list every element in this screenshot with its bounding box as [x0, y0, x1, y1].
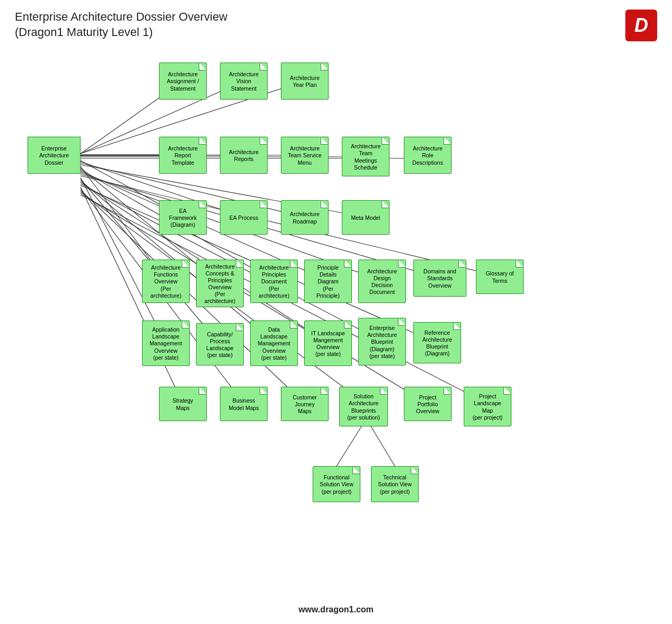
- assignment-node[interactable]: ArchitectureAssignment /Statement: [159, 63, 207, 100]
- customerjourney-node[interactable]: CustomerJourneyMaps: [281, 387, 329, 421]
- solutionblueprints-node[interactable]: SolutionArchitectureBlueprints(per solut…: [339, 387, 388, 426]
- logo: D: [625, 10, 657, 41]
- designdecision-node[interactable]: ArchitectureDesignDecisionDocument: [358, 260, 406, 303]
- applandscape-node[interactable]: ApplicationLandscapeManagementOverview(p…: [142, 320, 190, 366]
- roadmap-node[interactable]: ArchitectureRoadmap: [281, 200, 329, 235]
- svg-line-31: [337, 426, 361, 466]
- svg-line-32: [371, 426, 395, 466]
- eaframework-node[interactable]: EAFramework(Diagram): [159, 200, 207, 235]
- businessmodelmaps-node[interactable]: BusinessModel Maps: [220, 387, 268, 421]
- roledesc-node[interactable]: ArchitectureRoleDescriptions: [404, 137, 452, 174]
- archprinciples-node[interactable]: ArchitecturePrinciplesDocument(Perarchit…: [250, 260, 298, 303]
- itlandscape-node[interactable]: IT LandscapeMangementOverview(per state): [304, 320, 352, 366]
- eaprocess-node[interactable]: EA Process: [220, 200, 268, 235]
- technicalsolution-node[interactable]: TechnicalSolution View(per project): [371, 466, 419, 502]
- archconcepts-node[interactable]: ArchitectureConcepts &PrinciplesOverview…: [196, 260, 244, 307]
- reporttemplate-node[interactable]: ArchitectureReportTemplate: [159, 137, 207, 174]
- domainsstandards-node[interactable]: Domains andStandardsOverview: [413, 260, 466, 297]
- principlesdiagram-node[interactable]: PrincipleDetailsDiagram(PerPrinciple): [304, 260, 352, 303]
- footer: www.dragon1.com: [298, 605, 374, 614]
- glossary-node[interactable]: Glossary ofTerms: [476, 260, 524, 294]
- meetings-node[interactable]: ArchitectureTeamMeetingsSchedule: [342, 137, 390, 176]
- projectlandscape-node[interactable]: ProjectLandscapeMap(per project): [464, 387, 511, 426]
- datalandscape-node[interactable]: DataLandscapeManagementOverview(per stat…: [250, 320, 298, 366]
- yearplan-node[interactable]: ArchitectureYear Plan: [281, 63, 329, 100]
- refblueprint-node[interactable]: ReferenceArchitectureBlueprint(Diagram): [413, 322, 461, 363]
- functionalsolution-node[interactable]: FunctionalSolution View(per project): [313, 466, 360, 502]
- archfunctions-node[interactable]: ArchitectureFunctionsOverview(Perarchite…: [142, 260, 190, 303]
- strategymaps-node[interactable]: StrategyMaps: [159, 387, 207, 421]
- eablueprint-node[interactable]: EnterpriseArchitectureBlueprint(Diagram)…: [358, 318, 406, 366]
- servicemenu-node[interactable]: ArchitectureTeam ServiceMenu: [281, 137, 329, 174]
- capabilitylandscape-node[interactable]: Capability/ProcessLandscape(per state): [196, 323, 244, 366]
- projectportfolio-node[interactable]: ProjectPortfolioOverview: [404, 387, 452, 421]
- reports-node[interactable]: ArchitectureReports: [220, 137, 268, 174]
- metamodel-node[interactable]: Meta Model: [342, 200, 390, 235]
- vision-node[interactable]: ArchitectureVisionStatement: [220, 63, 268, 100]
- dossier-node[interactable]: EnterpriseArchitectureDossier: [28, 137, 81, 174]
- title: Enterprise Architecture Dossier Overview…: [15, 10, 227, 40]
